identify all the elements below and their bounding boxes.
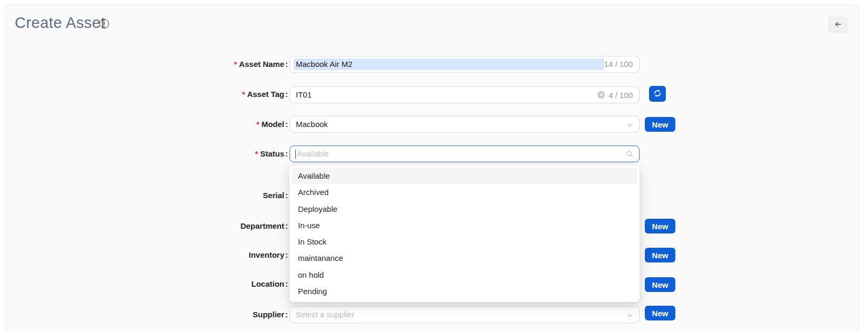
asset-tag-input[interactable]: IT01 ✕ 4 / 100 [290,86,640,103]
new-model-button[interactable]: New [645,117,675,132]
info-circle-icon[interactable]: ! [99,19,109,28]
status-option[interactable]: Available [292,168,637,184]
asset-name-value: Macbook Air M2 [296,56,353,72]
new-inventory-button[interactable]: New [645,248,675,262]
status-option[interactable]: In Stock [292,233,637,250]
status-option[interactable]: on hold [292,267,637,283]
inventory-label: Inventory: [137,250,288,260]
refresh-icon [653,89,662,99]
chevron-down-icon [626,121,633,130]
required-mark: * [242,90,245,99]
chevron-down-icon [626,311,633,320]
text-cursor [295,150,296,159]
required-mark: * [255,150,258,158]
asset-tag-counter: 4 / 100 [608,91,633,100]
supplier-label: Supplier: [137,309,288,320]
model-value: Macbook [296,116,328,132]
model-select[interactable]: Macbook [290,116,640,133]
new-department-button[interactable]: New [645,219,675,233]
arrow-left-icon [833,20,843,30]
department-label: Department: [137,221,288,231]
status-combobox[interactable]: Available [290,145,640,162]
page-title: Create Asset [15,14,105,32]
asset-name-label: *Asset Name: [137,59,288,70]
status-option[interactable]: maintanance [292,250,637,266]
back-button[interactable] [828,16,847,33]
status-option[interactable]: Archived [292,184,637,200]
serial-label: Serial: [137,190,288,201]
status-placeholder: Available [297,146,329,162]
asset-tag-label: *Asset Tag: [137,89,288,100]
status-option[interactable]: In-use [292,217,637,233]
info-icon-glyph: ! [103,21,105,27]
create-asset-page: Create Asset ! *Asset Name: Macbook Air … [0,0,868,331]
required-mark: * [234,60,237,69]
asset-name-input[interactable]: Macbook Air M2 14 / 100 [290,56,640,73]
clear-icon[interactable]: ✕ [597,91,605,99]
supplier-select[interactable]: Select a supplier [290,306,640,323]
status-option[interactable]: Deployable [292,201,637,217]
generate-tag-button[interactable] [649,86,666,102]
status-label: *Status: [137,149,288,159]
asset-tag-value: IT01 [296,87,312,103]
status-option[interactable]: Pending [292,283,637,299]
status-dropdown: Available Archived Deployable In-use In … [290,166,640,302]
required-mark: * [256,120,259,129]
search-icon [626,150,633,159]
new-location-button[interactable]: New [645,277,675,292]
model-label: *Model: [137,119,288,130]
supplier-placeholder: Select a supplier [296,307,354,323]
location-label: Location: [137,279,288,289]
asset-name-counter: 14 / 100 [604,56,633,72]
new-supplier-button[interactable]: New [645,306,675,320]
